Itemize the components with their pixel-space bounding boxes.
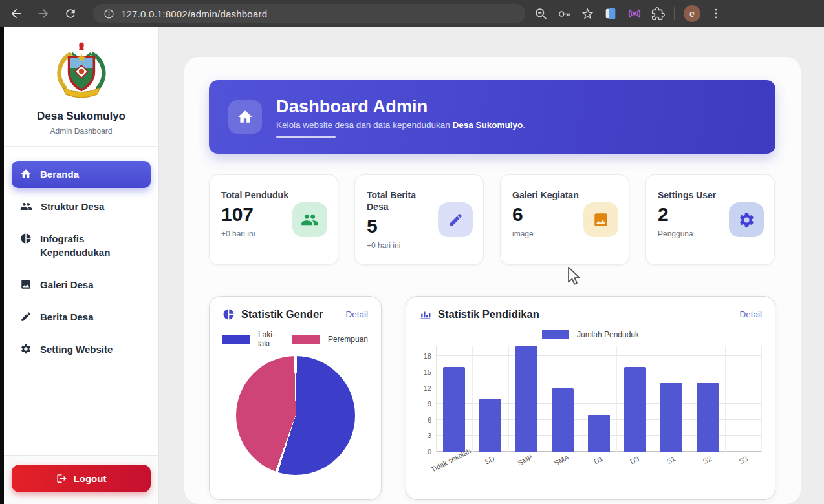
stats-row: Total Penduduk 107 +0 hari ini Total Ber… — [209, 174, 775, 265]
village-logo — [52, 40, 111, 102]
gear-icon — [20, 343, 32, 355]
gender-chart-card: Statistik Gender Detail Laki-laki Peremp… — [209, 296, 382, 500]
sidebar-item-label: Beranda — [40, 167, 79, 182]
sidebar-item-galeri-desa[interactable]: Galeri Desa — [12, 271, 151, 299]
legend-swatch-perempuan — [292, 335, 320, 344]
pie-chart-icon — [222, 308, 235, 320]
image-icon — [20, 278, 32, 290]
zoom-out-icon[interactable] — [534, 7, 548, 21]
sidebar-item-infografis-kependudukan[interactable]: Infografis Kependudukan — [12, 226, 151, 267]
address-bar[interactable]: 127.0.0.1:8002/admin/dashboard — [93, 4, 525, 23]
x-tick-label: D3 — [617, 452, 653, 481]
x-tick-label: S2 — [689, 452, 726, 481]
pendidikan-chart-title: Statistik Pendidikan — [438, 308, 539, 320]
bar-column — [689, 346, 726, 452]
bar — [660, 383, 682, 452]
x-tick-label: SMP — [508, 452, 545, 481]
bar-chart-plot — [436, 346, 762, 452]
broadcast-icon[interactable] — [627, 6, 642, 21]
bar-column — [581, 346, 618, 452]
sidebar-item-label: Struktur Desa — [41, 200, 104, 214]
toolbar-right: e — [534, 5, 722, 22]
stat-card-galeri: Galeri Kegiatan 6 image — [500, 174, 629, 265]
sidebar-nav: Beranda Struktur Desa Infografis Kependu… — [4, 147, 158, 455]
forward-icon[interactable] — [32, 3, 54, 25]
pen-icon — [438, 202, 473, 237]
home-icon — [20, 168, 32, 180]
pen-icon — [20, 311, 32, 322]
sidebar-item-label: Infografis Kependudukan — [40, 232, 137, 260]
image-icon — [583, 202, 618, 237]
x-tick-label: S1 — [653, 452, 689, 481]
sidebar-item-berita-desa[interactable]: Berita Desa — [12, 304, 151, 331]
y-tick-label: 18 — [424, 353, 431, 360]
stat-card-total-berita: Total Berita Desa 5 +0 hari ini — [354, 174, 484, 265]
hero-text: Dashboard Admin Kelola website desa dan … — [276, 97, 525, 138]
y-tick-label: 3 — [428, 432, 431, 439]
y-tick-label: 9 — [428, 401, 431, 408]
gender-pie — [236, 356, 355, 475]
bar-column — [653, 346, 689, 452]
pendidikan-legend: Jumlah Penduduk — [419, 330, 762, 339]
dashboard-hero-banner: Dashboard Admin Kelola website desa dan … — [209, 80, 775, 154]
hero-underline — [276, 136, 336, 138]
y-tick-label: 0 — [428, 448, 431, 456]
bar-column — [473, 346, 509, 452]
sidebar-item-beranda[interactable]: Beranda — [12, 161, 151, 188]
gender-detail-link[interactable]: Detail — [345, 310, 368, 319]
people-icon — [292, 202, 327, 237]
logout-button[interactable]: Logout — [12, 465, 151, 492]
password-key-icon[interactable] — [557, 6, 572, 21]
stat-label: Galeri Kegiatan — [512, 189, 585, 201]
y-tick-label: 15 — [424, 369, 431, 376]
sidebar-item-setting-website[interactable]: Setting Website — [12, 336, 151, 363]
people-icon — [20, 200, 32, 213]
stat-label: Total Berita Desa — [367, 189, 439, 213]
gender-legend: Laki-laki Perempuan — [222, 330, 368, 348]
hero-home-icon — [228, 100, 262, 134]
y-tick-label: 12 — [424, 384, 431, 392]
pendidikan-chart-card: Statistik Pendidikan Detail Jumlah Pendu… — [406, 296, 775, 500]
x-tick-label: SD — [472, 452, 508, 481]
bar-chart-x-axis: Tidak sekolahSDSMPSMAD1D3S1S2S3 — [436, 452, 762, 481]
legend-swatch-laki — [222, 335, 250, 344]
menu-kebab-icon[interactable] — [710, 7, 722, 20]
bookmark-star-icon[interactable] — [581, 7, 594, 21]
bar — [443, 367, 465, 452]
bar — [479, 399, 501, 452]
bar-column — [509, 346, 545, 452]
profile-avatar[interactable]: e — [684, 5, 700, 22]
legend-label-jumlah: Jumlah Penduduk — [577, 330, 639, 339]
legend-swatch-jumlah — [542, 330, 569, 339]
bar — [588, 415, 610, 452]
info-icon[interactable] — [103, 8, 114, 19]
url-text: 127.0.0.1:8002/admin/dashboard — [121, 8, 267, 19]
extensions-icon[interactable] — [651, 7, 665, 21]
window-left-edge — [0, 27, 4, 504]
x-tick-label: S3 — [726, 452, 762, 481]
bar — [552, 388, 574, 452]
sidebar-item-label: Galeri Desa — [40, 278, 94, 292]
bar-column — [437, 346, 473, 452]
bar-chart-icon — [419, 308, 431, 320]
reload-icon[interactable] — [60, 3, 81, 25]
bar — [624, 367, 646, 452]
legend-label-laki: Laki-laki — [258, 330, 285, 348]
x-tick-label: SMA — [545, 452, 581, 481]
gear-icon — [729, 202, 764, 237]
sidebar-item-struktur-desa[interactable]: Struktur Desa — [12, 193, 151, 220]
sidebar-header: Desa Sukomulyo Admin Dashboard — [4, 27, 158, 147]
sidebar: Desa Sukomulyo Admin Dashboard Beranda S… — [4, 27, 158, 504]
sidebar-subtitle: Admin Dashboard — [13, 127, 149, 136]
gender-chart-title: Statistik Gender — [241, 308, 323, 320]
side-panel-icon[interactable] — [603, 6, 618, 21]
back-icon[interactable] — [5, 3, 27, 25]
bar — [515, 346, 537, 452]
main-content-panel: Dashboard Admin Kelola website desa dan … — [184, 57, 801, 504]
page-subtitle: Kelola website desa dan data kependuduka… — [276, 120, 525, 130]
logout-icon — [56, 473, 67, 484]
pendidikan-detail-link[interactable]: Detail — [739, 310, 762, 319]
browser-toolbar: 127.0.0.1:8002/admin/dashboard e — [0, 0, 824, 27]
sidebar-item-label: Berita Desa — [40, 310, 94, 324]
bar-chart: 0369121518 — [419, 346, 762, 452]
